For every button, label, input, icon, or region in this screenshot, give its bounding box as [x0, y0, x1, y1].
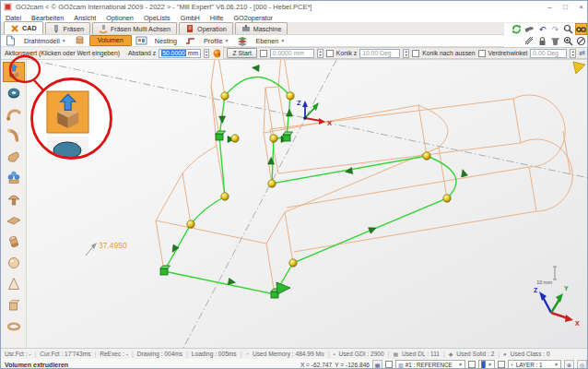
- maximize-button[interactable]: □: [558, 2, 573, 13]
- toolbar-torus-button[interactable]: [3, 316, 25, 337]
- profile-mode-button[interactable]: [183, 35, 197, 47]
- cube-icon: [6, 297, 22, 314]
- toolbar-sphere-button[interactable]: [3, 253, 25, 273]
- measure-button[interactable]: [523, 35, 535, 47]
- nesting-mode-button[interactable]: [135, 35, 148, 47]
- abstand-input[interactable]: 50.0000 mm: [159, 49, 201, 58]
- toolbar-slab-button[interactable]: [3, 210, 25, 231]
- menu-bar: Datei Bearbeiten Ansicht Optionen OpeLis…: [1, 13, 588, 22]
- attributes-button[interactable]: ◎: [577, 360, 587, 369]
- verdreh-field[interactable]: 0.00 Deg: [530, 49, 567, 58]
- undo-button[interactable]: ↶: [536, 23, 548, 35]
- regenerate-icon: [512, 24, 522, 34]
- tab-cad[interactable]: CAD: [4, 21, 43, 34]
- konik-field[interactable]: 10.00 Deg: [359, 49, 400, 58]
- draft-icon: [6, 191, 22, 208]
- zstart-spinner[interactable]: ▲▼: [317, 49, 323, 58]
- profile-button[interactable]: Profile▼: [200, 35, 232, 46]
- toolbar-rib-button[interactable]: [3, 168, 25, 188]
- menu-ansicht[interactable]: Ansicht: [74, 14, 96, 22]
- cad-tools-icon: [10, 24, 19, 33]
- tab-maschine[interactable]: Maschine: [235, 22, 288, 34]
- lock-button[interactable]: [536, 35, 548, 47]
- ebenen-mode-button[interactable]: [235, 35, 249, 47]
- color-select[interactable]: ▼: [478, 360, 495, 369]
- nesting-button[interactable]: Nesting: [151, 35, 181, 46]
- tab-operation[interactable]: Operation: [179, 22, 233, 34]
- new-document-button[interactable]: [4, 35, 18, 47]
- toolbar-sweep-button[interactable]: [3, 104, 25, 125]
- dimension-value: 37.4950: [99, 241, 127, 250]
- value-helper-icon[interactable]: [212, 48, 220, 59]
- menu-hilfe[interactable]: Hilfe: [210, 14, 224, 22]
- toolbar-loft-button[interactable]: [3, 147, 25, 167]
- machine-icon: [241, 24, 251, 33]
- chevron-down-icon: ▼: [224, 38, 229, 43]
- zstart-checkbox[interactable]: [260, 50, 267, 57]
- toolbar-pipe-button[interactable]: [3, 125, 25, 146]
- close-button[interactable]: ×: [573, 2, 588, 13]
- menu-opelists[interactable]: OpeLists: [144, 14, 171, 22]
- toolbar-cube-button[interactable]: [3, 295, 25, 315]
- verdreh-spinner[interactable]: ▲▼: [570, 49, 576, 58]
- viewport-canvas[interactable]: Z X 37.4950 10 mm Z Y X: [27, 60, 588, 348]
- volumen-mode-button[interactable]: [73, 35, 87, 47]
- toolbar-extrude-button[interactable]: [3, 62, 25, 82]
- cylinder-icon: [6, 233, 22, 250]
- reference-checkbox[interactable]: [385, 361, 393, 368]
- menu-go2operator[interactable]: GO2operator: [233, 14, 273, 22]
- zoom-plus-button[interactable]: [562, 35, 574, 47]
- volumen-active-button[interactable]: Volumen: [89, 35, 132, 46]
- erase-button[interactable]: [549, 35, 561, 47]
- konik-checkbox[interactable]: [326, 50, 334, 57]
- tab-fraesen[interactable]: Fräsen: [45, 22, 90, 34]
- redo-icon: ↷: [552, 25, 559, 34]
- nav-x-label: X: [575, 320, 580, 327]
- mill-cutter-icon: [52, 24, 61, 33]
- pipe-icon: [6, 127, 22, 144]
- konik-aussen-checkbox[interactable]: [412, 50, 419, 57]
- zoom-attr-button[interactable]: ⊕: [564, 360, 574, 369]
- solid-icon: [74, 35, 86, 46]
- zstart-button[interactable]: Z Start: [227, 48, 256, 58]
- origin-z-label: Z: [297, 99, 301, 107]
- regenerate-button[interactable]: [511, 23, 523, 35]
- metric-gdi: Used GDI : 2900: [339, 351, 384, 357]
- action-prompt: Aktionswert (Klicken oder Wert eingeben): [5, 50, 120, 56]
- toolbar-cylinder-button[interactable]: [3, 232, 25, 252]
- grid-button[interactable]: ▦: [372, 360, 382, 369]
- color-checkbox[interactable]: [468, 361, 476, 368]
- tab-fraesen-multi-achsen[interactable]: Fräsen Multi Achsen: [92, 22, 177, 34]
- shaded-view-button[interactable]: [575, 23, 587, 35]
- zoom-window-button[interactable]: [562, 23, 574, 35]
- undo-icon: ↶: [539, 25, 547, 34]
- redo-button[interactable]: ↷: [549, 23, 561, 35]
- ribbon-tabs: CAD Fräsen Fräsen Multi Achsen Operation…: [1, 22, 588, 35]
- minimize-button[interactable]: –: [542, 2, 558, 13]
- layer-checkbox[interactable]: [498, 361, 505, 368]
- nav-y-label: Y: [564, 285, 569, 292]
- abstand-spinner[interactable]: ▲▼: [204, 49, 209, 58]
- toolbar-revolve-button[interactable]: [3, 83, 25, 103]
- magnifier-plus-icon: [563, 36, 573, 46]
- grab-button[interactable]: [523, 23, 535, 35]
- hide-entities-button[interactable]: [575, 35, 587, 47]
- magnifier-icon: [563, 24, 573, 34]
- toolbar-cone-button[interactable]: [3, 274, 25, 294]
- zstart-field[interactable]: 0.0000 mm: [270, 49, 314, 58]
- drahtmodell-button[interactable]: Drahtmodell▼: [20, 35, 70, 46]
- chevron-down-icon: ▼: [62, 38, 66, 43]
- ribbon-row: Drahtmodell▼ Volumen Nesting Profile▼ Eb…: [1, 35, 588, 47]
- status-metrics-bar: Usr.Fct : -| Cur.Fct : 17'743ms| ReExec …: [1, 348, 588, 359]
- menu-optionen[interactable]: Optionen: [106, 14, 134, 22]
- layer-select[interactable]: ◐ LAYER : 1 ▼: [508, 360, 561, 369]
- reference-select[interactable]: ▥ #1 : REFERENCE ▼: [395, 360, 465, 369]
- menu-gmbh[interactable]: GmbH: [181, 14, 200, 22]
- verdreh-checkbox[interactable]: [478, 50, 486, 57]
- ebenen-button[interactable]: Ebenen▼: [252, 35, 288, 46]
- toolbar-draft-button[interactable]: [3, 189, 25, 209]
- coord-y: Y = -126.846: [335, 362, 370, 368]
- title-bar: GO2cam < © GO2cam International 2009 - 2…: [1, 1, 588, 13]
- konik-spinner[interactable]: ▲▼: [403, 49, 409, 58]
- swap-direction-icon[interactable]: ⇄: [579, 49, 585, 57]
